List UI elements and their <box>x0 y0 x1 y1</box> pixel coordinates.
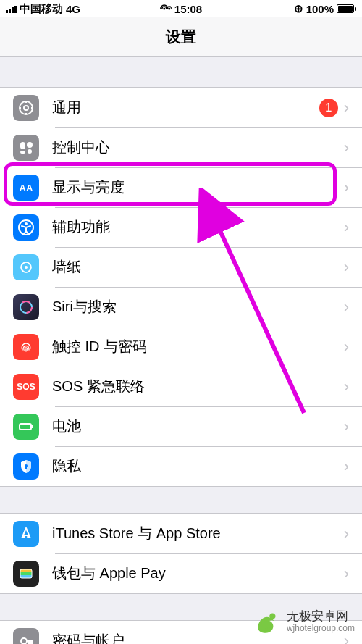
row-label: iTunes Store 与 App Store <box>52 524 338 543</box>
privacy-icon <box>13 453 39 480</box>
hotspot-icon <box>160 4 172 13</box>
general-icon <box>13 95 39 121</box>
settings-section-1: iTunes Store 与 App Store › 钱包与 Apple Pay… <box>0 513 362 594</box>
chevron-right-icon: › <box>344 138 349 157</box>
watermark: 无极安卓网 wjhotelgroup.com <box>252 606 355 637</box>
svg-point-6 <box>28 149 32 154</box>
appstore-icon <box>13 521 39 547</box>
row-touchid-passcode[interactable]: 触控 ID 与密码 › <box>0 327 362 367</box>
siri-icon <box>13 294 39 320</box>
wallet-icon <box>13 561 39 587</box>
network-type: 4G <box>66 3 80 15</box>
notification-badge: 1 <box>319 99 338 117</box>
watermark-logo-icon <box>252 606 282 637</box>
row-label: 电池 <box>52 417 338 436</box>
carrier-label: 中国移动 <box>20 2 63 16</box>
battery-percent: 100% <box>306 3 334 15</box>
row-label: 控制中心 <box>52 138 338 157</box>
row-label: 通用 <box>52 98 319 117</box>
chevron-right-icon: › <box>344 564 349 583</box>
watermark-text: 无极安卓网 wjhotelgroup.com <box>287 610 355 633</box>
row-siri-search[interactable]: Siri与搜索 › <box>0 287 362 327</box>
status-time: 15:08 <box>174 3 202 15</box>
row-label: 隐私 <box>52 456 338 476</box>
row-battery[interactable]: 电池 › <box>0 406 362 446</box>
svg-point-5 <box>27 142 33 148</box>
svg-point-17 <box>25 464 28 467</box>
row-label: Siri与搜索 <box>52 297 338 317</box>
row-label: 钱包与 Apple Pay <box>52 564 338 583</box>
chevron-right-icon: › <box>344 298 349 317</box>
svg-rect-15 <box>20 424 31 430</box>
row-label: 墙纸 <box>52 257 338 277</box>
section-spacer <box>0 57 362 87</box>
battery-icon <box>337 4 356 13</box>
chevron-right-icon: › <box>344 457 349 476</box>
sos-icon: SOS <box>13 374 39 400</box>
status-right: ⊕ 100% <box>294 2 356 15</box>
page-title: 设置 <box>166 27 196 47</box>
watermark-sub: wjhotelgroup.com <box>287 624 355 633</box>
svg-point-23 <box>269 613 275 619</box>
svg-rect-19 <box>20 572 32 575</box>
row-display-brightness[interactable]: AA 显示与亮度 › <box>0 167 362 207</box>
touchid-icon <box>13 334 39 360</box>
battery-settings-icon <box>13 414 39 440</box>
status-left: 中国移动 4G <box>6 2 80 16</box>
svg-point-22 <box>21 638 27 644</box>
svg-text:AA: AA <box>20 183 33 193</box>
row-wallpaper[interactable]: 墙纸 › <box>0 247 362 287</box>
nav-bar: 设置 <box>0 17 362 57</box>
rotation-lock-icon: ⊕ <box>294 2 303 15</box>
svg-rect-20 <box>20 575 32 578</box>
row-itunes-appstore[interactable]: iTunes Store 与 App Store › <box>0 514 362 553</box>
wallpaper-icon <box>13 254 39 280</box>
chevron-right-icon: › <box>344 338 349 356</box>
row-accessibility[interactable]: 辅助功能 › <box>0 207 362 247</box>
chevron-right-icon: › <box>344 524 349 543</box>
chevron-right-icon: › <box>344 178 349 197</box>
chevron-right-icon: › <box>344 99 349 117</box>
svg-point-3 <box>24 106 28 110</box>
chevron-right-icon: › <box>344 417 349 436</box>
control-center-icon <box>13 135 39 161</box>
svg-point-12 <box>25 266 28 269</box>
status-center: 15:08 <box>160 3 202 15</box>
display-icon: AA <box>13 175 39 201</box>
accessibility-icon <box>13 214 39 241</box>
settings-section-0: 通用 1 › 控制中心 › AA 显示与亮度 › 辅助功能 › 墙纸 › Sir… <box>0 87 362 487</box>
row-label: 辅助功能 <box>52 217 338 237</box>
chevron-right-icon: › <box>344 218 349 237</box>
svg-rect-16 <box>32 425 33 428</box>
row-wallet-applepay[interactable]: 钱包与 Apple Pay › <box>0 553 362 593</box>
row-label: SOS 紧急联络 <box>52 377 338 396</box>
svg-point-1 <box>168 8 170 10</box>
row-privacy[interactable]: 隐私 › <box>0 446 362 486</box>
row-general[interactable]: 通用 1 › <box>0 88 362 127</box>
svg-point-0 <box>163 8 165 10</box>
svg-rect-7 <box>20 151 25 154</box>
row-sos[interactable]: SOS SOS 紧急联络 › <box>0 367 362 406</box>
row-label: 显示与亮度 <box>52 177 338 197</box>
section-spacer <box>0 487 362 513</box>
svg-point-10 <box>25 222 28 225</box>
chevron-right-icon: › <box>344 258 349 277</box>
passwords-icon <box>13 628 39 645</box>
chevron-right-icon: › <box>344 377 349 396</box>
signal-icon <box>6 4 17 13</box>
row-control-center[interactable]: 控制中心 › <box>0 127 362 167</box>
svg-rect-4 <box>20 142 25 149</box>
watermark-main: 无极安卓网 <box>287 610 355 624</box>
row-label: 触控 ID 与密码 <box>52 337 338 356</box>
svg-rect-18 <box>20 569 32 572</box>
status-bar: 中国移动 4G 15:08 ⊕ 100% <box>0 0 362 17</box>
